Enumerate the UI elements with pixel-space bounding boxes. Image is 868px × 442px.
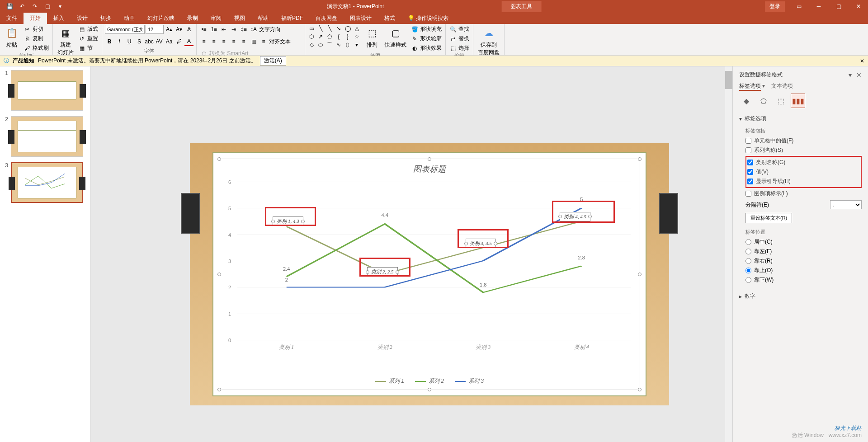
- data-label[interactable]: 2: [285, 277, 288, 282]
- effects-icon[interactable]: ⬠: [756, 94, 771, 108]
- find-button[interactable]: 🔍查找: [448, 25, 470, 33]
- shape-effects-button[interactable]: ◐形状效果: [410, 44, 443, 52]
- clear-format-icon[interactable]: A̷: [184, 25, 193, 34]
- outdent-icon[interactable]: ⇤: [219, 25, 228, 34]
- shape-fill-button[interactable]: 🪣形状填充: [410, 25, 443, 33]
- italic-icon[interactable]: I: [115, 37, 124, 46]
- selection-handle[interactable]: [428, 157, 431, 161]
- legend-item[interactable]: 系列 3: [455, 377, 484, 385]
- undo-icon[interactable]: ↶: [18, 2, 26, 10]
- columns-icon[interactable]: ▥: [249, 37, 258, 46]
- highlight-icon[interactable]: 🖍: [175, 37, 184, 46]
- linespace-icon[interactable]: ‡≡: [239, 25, 248, 34]
- strike-icon[interactable]: S: [135, 37, 144, 46]
- save-icon[interactable]: 💾: [5, 2, 14, 10]
- data-label[interactable]: 2.8: [578, 255, 585, 260]
- size-icon[interactable]: ⬚: [774, 94, 788, 108]
- notify-close-icon[interactable]: ✕: [860, 58, 864, 64]
- slide-thumbnail-1[interactable]: [11, 70, 83, 111]
- cut-button[interactable]: ✂剪切: [23, 25, 50, 33]
- shape-tri-icon[interactable]: △: [353, 25, 360, 32]
- shape-icon[interactable]: ◇: [308, 41, 315, 48]
- section-number[interactable]: ▸ 数字: [739, 291, 862, 301]
- layout-button[interactable]: ▤版式: [77, 25, 99, 33]
- numbering-icon[interactable]: 1≡: [209, 25, 218, 34]
- slideshow-icon[interactable]: ▢: [43, 2, 52, 10]
- pane-close-icon[interactable]: ✕: [856, 71, 862, 79]
- radio-above[interactable]: 靠上(O): [745, 266, 862, 275]
- chart-title[interactable]: 图表标题: [219, 159, 640, 174]
- close-icon[interactable]: ✕: [849, 0, 868, 13]
- shape-icon[interactable]: ⬡: [308, 33, 315, 40]
- spacing-icon[interactable]: AV: [155, 37, 164, 46]
- replace-button[interactable]: ⇄替换: [448, 34, 470, 43]
- slide-thumbnail-2[interactable]: [11, 116, 83, 157]
- tab-foxit[interactable]: 福昕PDF: [275, 13, 309, 24]
- tab-chart-design[interactable]: 图表设计: [344, 13, 378, 24]
- shape-oval-icon[interactable]: ◯: [344, 25, 351, 32]
- selection-handle[interactable]: [428, 388, 431, 391]
- chart-legend[interactable]: 系列 1 系列 2 系列 3: [375, 377, 484, 385]
- tab-insert[interactable]: 插入: [47, 13, 71, 24]
- tab-slideshow[interactable]: 幻灯片放映: [141, 13, 181, 24]
- data-label[interactable]: 1.8: [480, 282, 486, 287]
- slide-editor[interactable]: 图表标题 6 5 4 3 2 1 0 类别 1 类别 2 类别 3: [90, 66, 732, 442]
- shape-rect-icon[interactable]: ▭: [308, 25, 315, 32]
- tab-record[interactable]: 录制: [181, 13, 204, 24]
- format-painter-button[interactable]: 🖌格式刷: [23, 44, 50, 52]
- text-direction-button[interactable]: ↕A文字方向: [249, 25, 282, 34]
- bold-icon[interactable]: B: [105, 37, 114, 46]
- pane-tab-label-options[interactable]: 标签选项 ▾: [739, 82, 765, 90]
- reset-label-text-button[interactable]: 重设标签文本(R): [745, 213, 792, 223]
- scroll-thumb[interactable]: [725, 71, 732, 89]
- maximize-icon[interactable]: ▢: [829, 0, 848, 13]
- check-cell-value[interactable]: 单元格中的值(F): [745, 136, 862, 146]
- new-slide-button[interactable]: ▦ 新建 幻灯片: [56, 25, 75, 57]
- qat-dropdown-icon[interactable]: ▾: [56, 2, 64, 10]
- vertical-scrollbar[interactable]: [725, 66, 732, 442]
- shape-icon[interactable]: ⬭: [317, 41, 324, 48]
- tab-view[interactable]: 视图: [228, 13, 251, 24]
- align-right-icon[interactable]: ≡: [219, 37, 228, 46]
- slide-thumbnail-panel[interactable]: 1 2 3: [0, 66, 90, 442]
- minimize-icon[interactable]: ─: [809, 0, 828, 13]
- data-label[interactable]: 2.4: [283, 266, 290, 272]
- shape-icon[interactable]: {: [335, 33, 342, 40]
- check-series-name[interactable]: 系列名称(S): [745, 146, 862, 155]
- tab-design[interactable]: 设计: [71, 13, 94, 24]
- decrease-font-icon[interactable]: A▾: [175, 25, 184, 34]
- legend-item[interactable]: 系列 2: [415, 377, 444, 385]
- shape-icon[interactable]: ⬯: [344, 41, 351, 48]
- shape-line-icon[interactable]: ╲: [317, 25, 324, 32]
- series-2-line[interactable]: [287, 224, 582, 292]
- tab-home[interactable]: 开始: [24, 13, 47, 24]
- bullets-icon[interactable]: •≡: [199, 25, 208, 34]
- chart-object[interactable]: 图表标题 6 5 4 3 2 1 0 类别 1 类别 2 类别 3: [219, 159, 640, 390]
- series-1-line[interactable]: [287, 221, 582, 274]
- save-baidu-button[interactable]: ☁保存到 百度网盘: [476, 25, 501, 57]
- reset-button[interactable]: ↺重置: [77, 34, 99, 43]
- arrange-button[interactable]: ⬚排列: [363, 25, 381, 50]
- radio-left[interactable]: 靠左(F): [745, 247, 862, 256]
- shape-icon[interactable]: }: [344, 33, 351, 40]
- shape-arrow-icon[interactable]: ↘: [335, 25, 342, 32]
- align-text-button[interactable]: ≡对齐文本: [259, 38, 292, 46]
- font-size-select[interactable]: [146, 25, 164, 34]
- tab-format[interactable]: 格式: [378, 13, 401, 24]
- tab-animation[interactable]: 动画: [118, 13, 141, 24]
- align-left-icon[interactable]: ≡: [199, 37, 208, 46]
- increase-font-icon[interactable]: A▴: [165, 25, 174, 34]
- copy-button[interactable]: ⎘复制: [23, 34, 50, 43]
- selection-handle[interactable]: [638, 388, 642, 391]
- shadow-icon[interactable]: abc: [145, 37, 154, 46]
- legend-item[interactable]: 系列 1: [375, 377, 404, 385]
- paste-button[interactable]: 📋 粘贴: [3, 25, 21, 50]
- case-icon[interactable]: Aa: [165, 37, 174, 46]
- section-label-options[interactable]: ▾ 标签选项: [739, 113, 862, 124]
- tab-tellme[interactable]: 💡 操作说明搜索: [401, 13, 455, 24]
- shape-icon[interactable]: ⬠: [326, 33, 333, 40]
- shape-icon[interactable]: ⌒: [326, 41, 333, 48]
- font-name-select[interactable]: [105, 25, 145, 34]
- tab-transition[interactable]: 切换: [94, 13, 118, 24]
- selection-handle[interactable]: [638, 273, 642, 276]
